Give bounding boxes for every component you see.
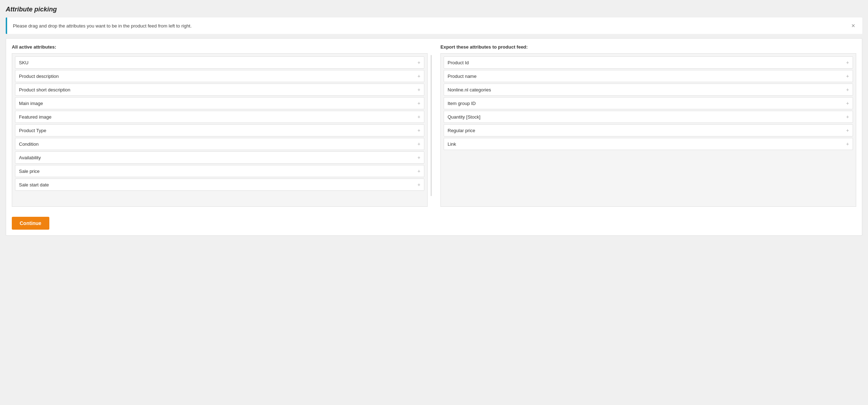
attribute-label: Condition (19, 141, 39, 147)
attribute-label: SKU (19, 60, 29, 65)
attribute-label: Product Id (448, 60, 469, 65)
attribute-label: Availability (19, 155, 41, 160)
list-item[interactable]: Product description+ (15, 70, 424, 82)
page-title: Attribute picking (6, 6, 862, 13)
attribute-label: Product description (19, 74, 59, 79)
list-item[interactable]: Product short description+ (15, 84, 424, 96)
plus-icon: + (418, 128, 420, 133)
plus-icon: + (846, 100, 849, 106)
all-attributes-list[interactable]: SKU+Product description+Product short de… (12, 53, 428, 207)
plus-icon: + (418, 60, 420, 65)
banner-close-button[interactable]: × (850, 22, 857, 29)
plus-icon: + (418, 114, 420, 120)
attribute-label: Featured image (19, 114, 51, 120)
continue-button[interactable]: Continue (12, 217, 49, 230)
attribute-label: Sale price (19, 169, 40, 174)
plus-icon: + (418, 155, 420, 160)
attribute-label: Main image (19, 101, 43, 106)
footer: Continue (12, 212, 856, 230)
plus-icon: + (846, 87, 849, 92)
attribute-label: Link (448, 141, 456, 147)
plus-icon: + (418, 73, 420, 79)
plus-icon: + (418, 100, 420, 106)
divider-line (431, 55, 431, 196)
columns-wrapper: All active attributes: SKU+Product descr… (12, 44, 856, 207)
attribute-label: Nonline.nl categories (448, 87, 491, 92)
list-item[interactable]: Featured image+ (15, 111, 424, 123)
plus-icon: + (846, 73, 849, 79)
attribute-label: Product short description (19, 87, 70, 92)
list-item[interactable]: Regular price+ (444, 124, 853, 136)
list-item[interactable]: Sale price+ (15, 165, 424, 177)
attribute-label: Sale start date (19, 182, 49, 188)
plus-icon: + (418, 87, 420, 92)
list-item[interactable]: Product Id+ (444, 56, 853, 69)
list-item[interactable]: Main image+ (15, 97, 424, 109)
left-column-header: All active attributes: (12, 44, 428, 50)
list-item[interactable]: Quantity [Stock]+ (444, 111, 853, 123)
plus-icon: + (418, 168, 420, 174)
list-item[interactable]: Product Type+ (15, 124, 424, 136)
right-column-header: Export these attributes to product feed: (440, 44, 856, 50)
plus-icon: + (846, 60, 849, 65)
list-item[interactable]: Nonline.nl categories+ (444, 84, 853, 96)
info-banner: Please drag and drop the attributes you … (6, 18, 862, 34)
list-item[interactable]: Product name+ (444, 70, 853, 82)
page-wrapper: Attribute picking Please drag and drop t… (0, 0, 868, 405)
plus-icon: + (846, 141, 849, 147)
list-item[interactable]: Item group ID+ (444, 97, 853, 109)
plus-icon: + (846, 114, 849, 120)
attribute-label: Quantity [Stock] (448, 114, 480, 120)
column-divider (428, 44, 435, 207)
banner-text: Please drag and drop the attributes you … (13, 23, 192, 29)
attribute-label: Item group ID (448, 101, 476, 106)
left-column: All active attributes: SKU+Product descr… (12, 44, 428, 207)
plus-icon: + (846, 128, 849, 133)
list-item[interactable]: Sale start date+ (15, 179, 424, 191)
list-item[interactable]: Availability+ (15, 151, 424, 164)
main-panel: All active attributes: SKU+Product descr… (6, 38, 862, 236)
list-item[interactable]: Link+ (444, 138, 853, 150)
list-item[interactable]: Condition+ (15, 138, 424, 150)
right-column: Export these attributes to product feed:… (435, 44, 856, 207)
export-attributes-list[interactable]: Product Id+Product name+Nonline.nl categ… (440, 53, 856, 207)
list-item[interactable]: SKU+ (15, 56, 424, 69)
plus-icon: + (418, 182, 420, 188)
plus-icon: + (418, 141, 420, 147)
attribute-label: Product Type (19, 128, 46, 133)
attribute-label: Product name (448, 74, 477, 79)
attribute-label: Regular price (448, 128, 475, 133)
